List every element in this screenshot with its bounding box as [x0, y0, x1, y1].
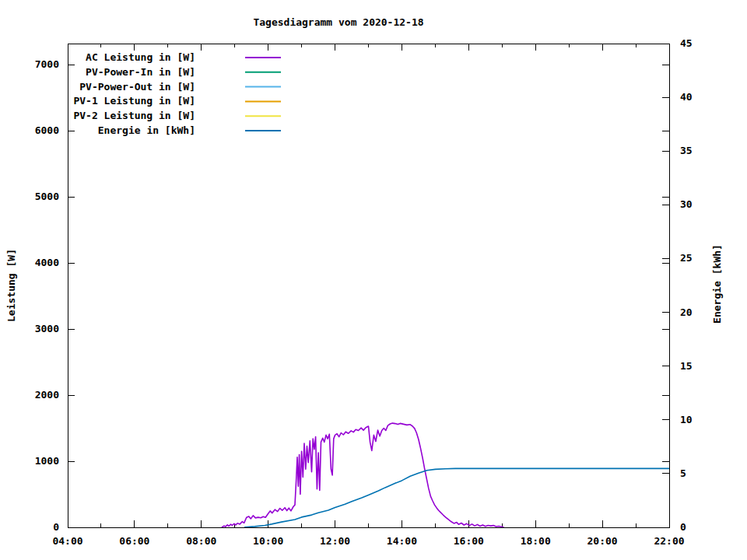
series-energie-in-kwh: [245, 468, 669, 527]
x-tick-label: 10:00: [253, 535, 283, 547]
x-tick-label: 18:00: [521, 535, 551, 547]
series-ac-leistung-in-w: [222, 423, 503, 527]
legend-label: AC Leistung in [W]: [86, 51, 195, 63]
y2-tick-label: 10: [680, 414, 693, 425]
x-tick-label: 04:00: [52, 535, 82, 547]
y1-tick-label: 5000: [35, 191, 59, 202]
y1-tick-label: 6000: [35, 124, 59, 136]
y1-tick-label: 3000: [35, 323, 59, 334]
y1-tick-label: 7000: [35, 58, 59, 70]
legend-label: PV-Power-In in [W]: [86, 66, 195, 78]
legend-label: PV-Power-Out in [W]: [79, 81, 195, 93]
y1-tick-label: 2000: [35, 389, 59, 401]
chart-canvas: 04:0006:0008:0010:0012:0014:0016:0018:00…: [0, 0, 747, 560]
x-tick-label: 08:00: [186, 535, 216, 547]
y2-tick-label: 30: [680, 198, 693, 210]
legend-label: Energie in [kWh]: [98, 124, 195, 136]
x-tick-label: 20:00: [587, 535, 618, 547]
daily-diagram-plot: 04:0006:0008:0010:0012:0014:0016:0018:00…: [0, 0, 747, 560]
x-tick-label: 14:00: [387, 535, 417, 547]
y2-tick-label: 15: [680, 360, 693, 372]
chart-title: Tagesdiagramm vom 2020-12-18: [253, 16, 423, 28]
y2-tick-label: 35: [680, 145, 693, 156]
y2-tick-label: 20: [680, 306, 693, 318]
x-tick-label: 16:00: [454, 535, 484, 547]
legend-label: PV-2 Leistung in [W]: [73, 110, 195, 121]
y1-axis-title: Leistung [W]: [5, 249, 17, 322]
y1-tick-label: 4000: [35, 257, 59, 268]
y2-tick-label: 5: [680, 467, 686, 479]
y2-tick-label: 40: [680, 91, 693, 103]
y2-tick-label: 45: [680, 37, 693, 49]
x-tick-label: 22:00: [654, 535, 684, 547]
x-tick-label: 06:00: [119, 535, 149, 547]
y2-axis-title: Energie [kWh]: [711, 244, 723, 324]
x-tick-label: 12:00: [320, 535, 350, 547]
y2-tick-label: 25: [680, 252, 693, 264]
y1-tick-label: 0: [53, 521, 59, 533]
y1-tick-label: 1000: [35, 455, 59, 467]
y2-tick-label: 0: [680, 521, 686, 533]
legend-label: PV-1 Leistung in [W]: [73, 95, 195, 107]
